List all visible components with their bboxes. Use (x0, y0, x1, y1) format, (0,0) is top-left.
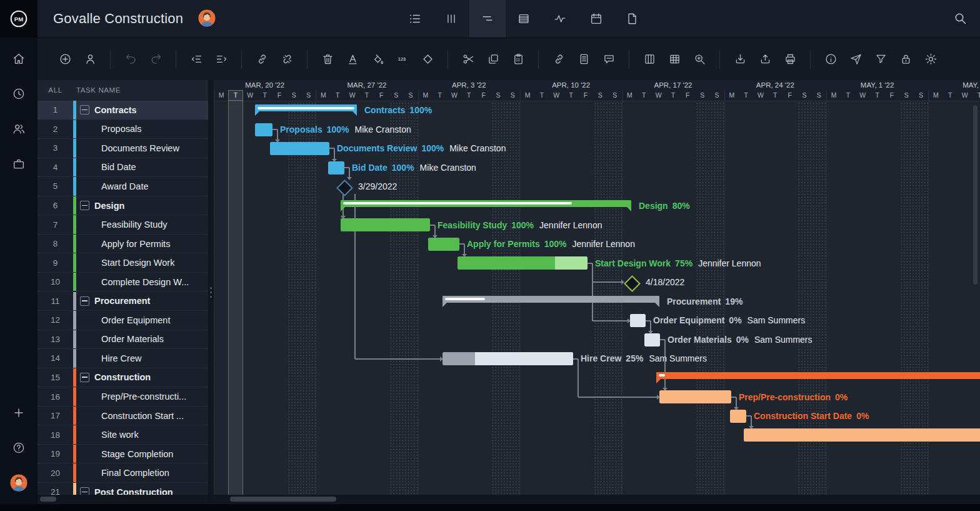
task-row[interactable]: 16Prep/Pre-constructi... (38, 387, 208, 407)
tab-gantt-view[interactable] (469, 0, 506, 38)
task-bar-documents-review[interactable] (270, 142, 329, 155)
task-row[interactable]: 8Apply for Permits (38, 235, 208, 254)
task-row[interactable]: 5Award Date (38, 177, 208, 196)
column-header-all[interactable]: ALL (38, 80, 73, 101)
summary-bar-design[interactable] (341, 200, 631, 207)
project-owner-avatar[interactable] (198, 9, 216, 30)
tab-activity-view[interactable] (542, 0, 578, 38)
task-row[interactable]: 13Order Materials (38, 330, 208, 350)
milestone-diamond-3-29-2022[interactable] (336, 180, 353, 196)
task-bar-start-design-work[interactable] (458, 256, 588, 270)
fill-color-button[interactable] (367, 49, 388, 70)
filter-button[interactable] (870, 49, 891, 70)
task-row[interactable]: 15Construction (38, 368, 208, 388)
add-task-button[interactable] (54, 49, 76, 70)
columns-button[interactable] (639, 49, 660, 70)
task-row[interactable]: 17Construction Start ... (38, 407, 208, 426)
task-row[interactable]: 18Site work (38, 425, 208, 445)
sidebar-item-team[interactable] (6, 116, 31, 141)
tab-list-view[interactable] (397, 0, 433, 38)
share-button[interactable] (845, 49, 866, 70)
task-info-button[interactable] (820, 49, 841, 70)
tasklist-hscroll-thumb[interactable] (40, 497, 56, 502)
sidebar-item-timesheets[interactable] (6, 81, 31, 106)
import-button[interactable] (729, 49, 751, 70)
task-row[interactable]: 11Procurement (38, 292, 208, 311)
summary-bar-procurement[interactable] (442, 296, 659, 303)
outdent-task-button[interactable] (186, 49, 207, 70)
text-format-button[interactable] (342, 49, 363, 70)
task-bar-feasibility-study[interactable] (341, 218, 430, 231)
task-row[interactable]: 12Order Equipment (38, 311, 208, 330)
print-button[interactable] (779, 49, 801, 70)
delete-task-button[interactable] (317, 49, 338, 70)
task-bar-order-equipment[interactable] (630, 314, 646, 327)
lock-button[interactable] (895, 49, 916, 70)
paste-button[interactable] (508, 49, 529, 70)
notes-button[interactable] (573, 49, 594, 70)
unlink-tasks-button[interactable] (276, 49, 298, 70)
summary-bar-construction[interactable] (656, 372, 980, 379)
task-row[interactable]: 19Stage Completion (38, 445, 208, 464)
task-bar-construction-start-date[interactable] (730, 410, 746, 423)
day-cell: M (826, 90, 841, 101)
tab-board-view[interactable] (433, 0, 469, 38)
task-row[interactable]: 10Complete Design W... (38, 273, 208, 292)
copy-button[interactable] (482, 49, 504, 70)
task-row[interactable]: 20Final Completion (38, 463, 208, 483)
sidebar-item-portfolio[interactable] (6, 151, 31, 176)
collapse-icon[interactable] (80, 487, 89, 495)
sidebar-item-create-new[interactable] (6, 400, 31, 425)
number-format-button[interactable]: 123 (392, 49, 413, 70)
comments-button[interactable] (598, 49, 619, 70)
task-row[interactable]: 3Documents Review (38, 139, 208, 158)
day-cell: S (812, 90, 826, 101)
tab-calendar-view[interactable] (578, 0, 614, 38)
zoom-button[interactable] (689, 49, 710, 70)
task-bar-apply-for-permits[interactable] (428, 238, 459, 251)
gantt-hscroll-thumb[interactable] (230, 497, 336, 502)
collapse-icon[interactable] (80, 201, 89, 210)
task-bar-bid-date[interactable] (328, 161, 344, 175)
collapse-icon[interactable] (80, 105, 89, 114)
milestone-diamond-4-18-2022[interactable] (624, 275, 641, 292)
task-bar-proposals[interactable] (255, 123, 272, 136)
task-row[interactable]: 7Feasibility Study (38, 215, 208, 235)
column-header-task-name[interactable]: TASK NAME (76, 80, 121, 101)
indent-task-button[interactable] (211, 49, 232, 70)
export-button[interactable] (754, 49, 776, 70)
tab-sheet-view[interactable] (506, 0, 542, 38)
task-row[interactable]: 1Contracts (38, 101, 208, 120)
collapse-icon[interactable] (80, 373, 89, 382)
sidebar-item-profile-avatar[interactable] (6, 470, 31, 495)
cut-button[interactable] (458, 49, 479, 70)
row-number: 18 (38, 425, 73, 444)
summary-end-cap (654, 302, 659, 307)
task-row[interactable]: 21Post Construction (38, 483, 208, 495)
collapse-icon[interactable] (80, 296, 89, 306)
task-bar-hire-crew[interactable] (442, 352, 573, 365)
task-bar-order-materials[interactable] (644, 333, 660, 347)
sidebar-item-home[interactable] (6, 46, 31, 71)
panel-resize-divider[interactable] (208, 80, 214, 504)
task-row[interactable]: 6Design (38, 196, 208, 216)
summary-bar-contracts[interactable] (255, 104, 357, 111)
task-bar-site-work[interactable] (744, 428, 980, 442)
table-button[interactable] (664, 49, 685, 70)
search-icon[interactable] (952, 11, 969, 27)
task-row[interactable]: 14Hire Crew (38, 349, 208, 368)
task-row[interactable]: 4Bid Date (38, 158, 208, 178)
gantt-vscroll-thumb[interactable] (973, 105, 978, 285)
task-bar-prep-pre-construction[interactable] (659, 390, 731, 403)
attachments-button[interactable] (548, 49, 569, 70)
assign-people-button[interactable] (79, 49, 101, 70)
import-icon (734, 53, 747, 66)
sidebar-item-help[interactable] (6, 435, 31, 460)
task-row[interactable]: 9Start Design Work (38, 253, 208, 273)
settings-button[interactable] (920, 49, 941, 70)
pm-logo[interactable]: PM (0, 0, 38, 38)
tab-docs-view[interactable] (614, 0, 651, 38)
add-milestone-button[interactable] (417, 49, 438, 70)
link-tasks-button[interactable] (251, 49, 272, 70)
task-row[interactable]: 2Proposals (38, 120, 208, 139)
